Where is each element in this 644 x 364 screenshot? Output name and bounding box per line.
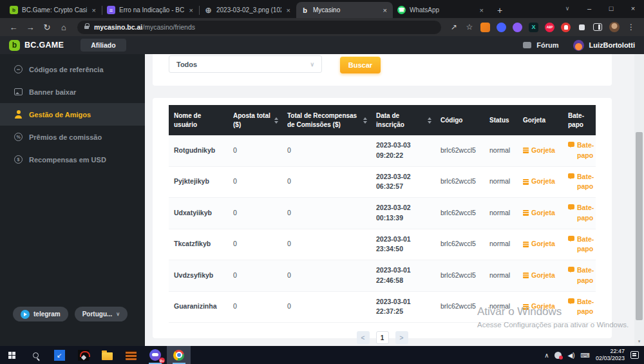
- search-button[interactable]: Buscar: [340, 57, 381, 73]
- window-controls: ∨ – □ ×: [556, 0, 644, 18]
- tab-title: WhatsApp: [410, 6, 475, 14]
- tab-close-icon[interactable]: ×: [478, 6, 485, 14]
- pagination-page-1[interactable]: 1: [376, 331, 389, 344]
- keyboard-icon[interactable]: ⌨: [581, 352, 590, 359]
- tab-close-icon[interactable]: ×: [188, 6, 194, 14]
- col-bate-papo: Bate-papo: [563, 105, 596, 135]
- close-button[interactable]: ×: [622, 5, 644, 14]
- forum-link[interactable]: Fórum: [536, 41, 558, 49]
- tab-png-image[interactable]: ⊕ 2023-03-02_3.png (1024×76 ×: [200, 2, 296, 18]
- metamask-extension-icon[interactable]: [480, 23, 490, 32]
- extensions-puzzle-icon[interactable]: [577, 23, 587, 32]
- taskbar-discord-app[interactable]: 9+: [143, 346, 167, 364]
- tab-mycasino-active[interactable]: b Mycasino ×: [296, 2, 393, 18]
- browser-profile-avatar[interactable]: [609, 22, 620, 32]
- sort-icon[interactable]: [363, 115, 367, 126]
- purple-extension-icon[interactable]: [513, 23, 522, 32]
- language-selector[interactable]: Portugu... ∨: [75, 307, 128, 321]
- pagination-next-button[interactable]: >: [395, 331, 408, 344]
- chat-button[interactable]: Bate-papo: [568, 265, 592, 286]
- cell-username: Pyjktejikyb: [169, 166, 228, 198]
- sidebar-item-banner-baixar[interactable]: Banner baixar: [0, 81, 145, 103]
- action-center-icon[interactable]: [630, 351, 639, 359]
- network-status-icon[interactable]: [554, 352, 562, 359]
- page-scrollbar[interactable]: ▾: [634, 54, 644, 346]
- user-avatar[interactable]: [573, 40, 584, 51]
- tip-button[interactable]: Gorjeta: [523, 146, 559, 156]
- forward-button[interactable]: →: [23, 23, 37, 32]
- filter-select[interactable]: Todos ∨: [169, 55, 322, 73]
- tab-whatsapp[interactable]: ☎ WhatsApp ×: [393, 2, 489, 18]
- chat-button[interactable]: Bate-papo: [568, 172, 592, 193]
- maximize-button[interactable]: □: [600, 5, 622, 14]
- tab-window-icon[interactable]: [593, 23, 602, 31]
- browser-menu-icon[interactable]: ⋮: [625, 23, 638, 32]
- sidebar-item-recompensas-usd[interactable]: $ Recompensas em USD: [0, 148, 145, 171]
- cell-status: normal: [484, 135, 518, 166]
- back-button[interactable]: ←: [6, 23, 21, 32]
- col-aposta-total[interactable]: Aposta total ($): [228, 105, 282, 135]
- share-icon[interactable]: ↗: [448, 23, 460, 32]
- taskbar-chrome[interactable]: [167, 346, 191, 364]
- taskbar-file-explorer[interactable]: [95, 346, 119, 364]
- col-total-recompensas[interactable]: Total de Recompensas de Comissões ($): [282, 105, 371, 135]
- bcgame-logo-icon[interactable]: b: [9, 40, 20, 51]
- tip-button[interactable]: Gorjeta: [523, 208, 559, 218]
- taskbar-striped-app[interactable]: [119, 346, 143, 364]
- tab-close-icon[interactable]: ×: [91, 6, 97, 14]
- sidebar-item-gestao-de-amigos[interactable]: Gestão de Amigos: [0, 103, 145, 126]
- link-icon: ∞: [14, 65, 23, 73]
- blocker-extension-icon[interactable]: [561, 23, 571, 32]
- tab-search-chevron-icon[interactable]: ∨: [556, 5, 578, 13]
- language-label: Portugu...: [82, 311, 113, 318]
- start-button[interactable]: [0, 346, 24, 364]
- scrollbar-thumb[interactable]: [636, 132, 643, 320]
- tip-button[interactable]: Gorjeta: [523, 177, 559, 187]
- time-value: 23:34:50: [376, 245, 403, 253]
- speaker-icon[interactable]: ◀): [567, 352, 574, 359]
- url-input[interactable]: mycasino.bc.ai /mycasino/friends: [77, 21, 441, 34]
- adblock-extension-icon[interactable]: ABP: [545, 23, 554, 32]
- chat-button[interactable]: Bate-papo: [568, 235, 592, 255]
- tab-erro-indicacao[interactable]: ≡ Erro na Indicação - BC.Game ×: [102, 2, 199, 18]
- tab-title: Mycasino: [313, 6, 378, 14]
- x-extension-icon[interactable]: X: [529, 23, 538, 32]
- new-tab-button[interactable]: +: [489, 5, 510, 18]
- blue-extension-icon[interactable]: [497, 23, 506, 32]
- taskbar-search-button[interactable]: [24, 346, 48, 364]
- bookmark-star-icon[interactable]: ☆: [463, 23, 476, 32]
- telegram-button[interactable]: telegram: [13, 307, 68, 321]
- home-button[interactable]: ⌂: [57, 23, 71, 32]
- pagination-prev-button[interactable]: <: [357, 331, 370, 344]
- tip-button[interactable]: Gorjeta: [523, 271, 559, 281]
- tab-close-icon[interactable]: ×: [382, 6, 388, 14]
- sidebar-item-codigos-referencia[interactable]: ∞ Códigos de referência: [0, 58, 145, 81]
- col-data-inscricao[interactable]: Data de inscrição: [371, 105, 435, 135]
- taskbar-clock[interactable]: 22:47 02/03/2023: [596, 348, 625, 363]
- sort-icon[interactable]: [428, 115, 431, 126]
- sort-icon[interactable]: [274, 115, 278, 126]
- chat-button[interactable]: Bate-papo: [568, 203, 592, 224]
- taskbar-game-app[interactable]: [71, 346, 95, 364]
- afiliado-button[interactable]: Afiliado: [80, 39, 126, 52]
- minimize-button[interactable]: –: [578, 5, 600, 14]
- telegram-icon: [21, 310, 30, 319]
- username[interactable]: LuizBortolotti: [589, 41, 635, 49]
- scrollbar-down-arrow[interactable]: ▾: [634, 339, 644, 344]
- date-value: 2023-03-01: [376, 266, 411, 274]
- dollar-icon: $: [14, 155, 23, 164]
- sidebar-item-premios-comissao[interactable]: % Prêmios de comissão: [0, 126, 145, 148]
- chat-button[interactable]: Bate-papo: [568, 140, 592, 161]
- taskbar-remote-app[interactable]: ↙: [48, 346, 71, 364]
- brand-name[interactable]: BC.GAME: [24, 41, 64, 50]
- tray-chevron-up-icon[interactable]: ∧: [544, 352, 549, 359]
- tip-button[interactable]: Gorjeta: [523, 239, 559, 249]
- percent-icon: %: [14, 133, 23, 141]
- tab-bcgame-casino[interactable]: b BC.Game: Crypto Casino Gam ×: [5, 2, 102, 18]
- col-status: Status: [484, 105, 518, 135]
- tab-close-icon[interactable]: ×: [285, 6, 292, 14]
- cell-rewards: 0: [282, 229, 371, 260]
- tip-label: Gorjeta: [531, 271, 555, 281]
- cell-status: normal: [484, 260, 518, 292]
- reload-button[interactable]: ↻: [40, 23, 54, 32]
